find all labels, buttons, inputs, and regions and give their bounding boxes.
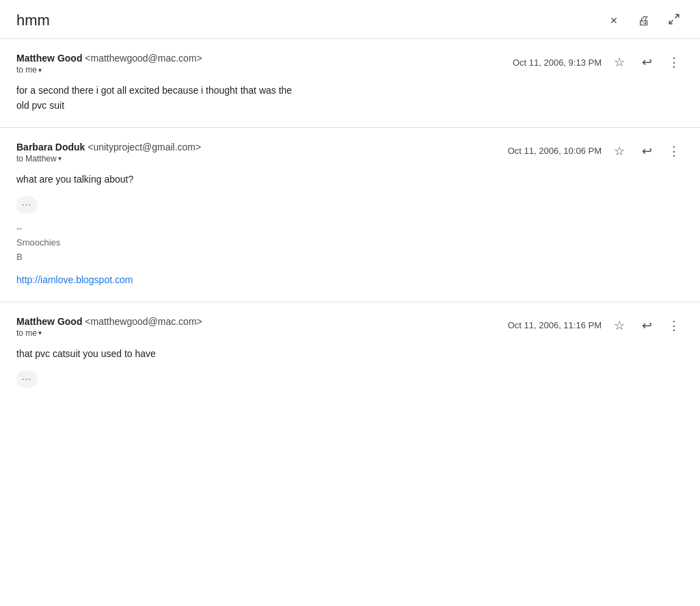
expand-button[interactable] xyxy=(664,11,684,30)
sender-info-3: Matthew Good <matthewgood@mac.com> to me… xyxy=(16,316,202,338)
sender-name-3: Matthew Good <matthewgood@mac.com> xyxy=(16,316,202,327)
sig-initial-2: B xyxy=(16,250,684,265)
body-line-2-1: what are you talking about? xyxy=(16,172,684,187)
reply-icon-3: ↩ xyxy=(642,318,652,333)
to-dropdown-2[interactable]: ▾ xyxy=(58,155,62,162)
more-button-2[interactable]: ⋮ xyxy=(664,142,684,161)
reply-icon-2: ↩ xyxy=(642,144,652,159)
thread-header-icons: × 🖨 xyxy=(604,11,684,30)
email-thread: hmm × 🖨 xyxy=(0,0,700,606)
star-button-3[interactable]: ☆ xyxy=(610,316,629,335)
thread-title: hmm xyxy=(16,12,50,29)
svg-line-0 xyxy=(675,14,679,18)
star-icon-3: ☆ xyxy=(614,318,625,333)
to-dropdown-1[interactable]: ▾ xyxy=(38,66,42,74)
to-line-2: to Matthew ▾ xyxy=(16,154,201,163)
sig-link-2[interactable]: http://iamlove.blogspot.com xyxy=(16,274,133,285)
sender-email-1: <matthewgood@mac.com> xyxy=(85,53,202,64)
message-2-date: Oct 11, 2006, 10:06 PM xyxy=(508,146,602,156)
sender-name-text-3: Matthew Good xyxy=(16,316,82,327)
more-icon-1: ⋮ xyxy=(668,55,680,70)
email-message-1: Matthew Good <matthewgood@mac.com> to me… xyxy=(0,38,700,127)
sender-name-text-1: Matthew Good xyxy=(16,53,82,64)
star-icon-2: ☆ xyxy=(614,144,625,159)
email-message-2: Barbara Doduk <unityproject@gmail.com> t… xyxy=(0,127,700,302)
star-button-2[interactable]: ☆ xyxy=(610,142,629,161)
more-button-3[interactable]: ⋮ xyxy=(664,316,684,335)
body-line-3-1: that pvc catsuit you used to have xyxy=(16,346,684,361)
sender-email-2: <unityproject@gmail.com> xyxy=(88,142,201,153)
message-1-meta: Oct 11, 2006, 9:13 PM ☆ ↩ ⋮ xyxy=(513,53,684,72)
body-line-1-1: for a second there i got all excited bec… xyxy=(16,83,684,98)
sender-name-2: Barbara Doduk <unityproject@gmail.com> xyxy=(16,142,201,153)
close-icon: × xyxy=(610,14,618,28)
more-button-1[interactable]: ⋮ xyxy=(664,53,684,72)
to-line-3: to me ▾ xyxy=(16,328,202,338)
to-dropdown-3[interactable]: ▾ xyxy=(38,329,42,337)
sender-email-3: <matthewgood@mac.com> xyxy=(85,316,202,327)
message-1-header: Matthew Good <matthewgood@mac.com> to me… xyxy=(16,53,684,75)
sender-info-1: Matthew Good <matthewgood@mac.com> to me… xyxy=(16,53,202,75)
reply-button-1[interactable]: ↩ xyxy=(637,53,656,72)
close-button[interactable]: × xyxy=(604,11,623,30)
star-icon-1: ☆ xyxy=(614,55,625,70)
star-button-1[interactable]: ☆ xyxy=(610,53,629,72)
sig-separator-2: -- xyxy=(16,222,684,236)
message-3-date: Oct 11, 2006, 11:16 PM xyxy=(508,320,602,330)
message-2-meta: Oct 11, 2006, 10:06 PM ☆ ↩ ⋮ xyxy=(508,142,684,161)
sig-name-2: Smoochies xyxy=(16,236,684,250)
print-button[interactable]: 🖨 xyxy=(634,11,654,30)
svg-line-1 xyxy=(669,21,673,24)
message-2-header: Barbara Doduk <unityproject@gmail.com> t… xyxy=(16,142,684,163)
message-3-meta: Oct 11, 2006, 11:16 PM ☆ ↩ ⋮ xyxy=(508,316,684,335)
to-line-1: to me ▾ xyxy=(16,65,202,75)
sender-name-1: Matthew Good <matthewgood@mac.com> xyxy=(16,53,202,64)
reply-button-2[interactable]: ↩ xyxy=(637,142,656,161)
message-2-body: what are you talking about? ··· -- Smooc… xyxy=(16,172,684,288)
more-icon-3: ⋮ xyxy=(668,318,680,333)
sender-info-2: Barbara Doduk <unityproject@gmail.com> t… xyxy=(16,142,201,163)
signature-expand-2[interactable]: ··· xyxy=(16,196,37,213)
more-icon-2: ⋮ xyxy=(668,144,680,159)
email-message-3: Matthew Good <matthewgood@mac.com> to me… xyxy=(0,302,700,406)
message-3-body: that pvc catsuit you used to have ··· xyxy=(16,346,684,392)
message-3-header: Matthew Good <matthewgood@mac.com> to me… xyxy=(16,316,684,338)
signature-expand-3[interactable]: ··· xyxy=(16,371,37,388)
expand-icon xyxy=(668,13,680,28)
thread-header: hmm × 🖨 xyxy=(0,0,700,38)
message-1-date: Oct 11, 2006, 9:13 PM xyxy=(513,57,602,68)
body-line-1-2: old pvc suit xyxy=(16,98,684,113)
reply-icon-1: ↩ xyxy=(642,55,652,70)
sender-name-text-2: Barbara Doduk xyxy=(16,142,85,153)
print-icon: 🖨 xyxy=(638,14,650,28)
reply-button-3[interactable]: ↩ xyxy=(637,316,656,335)
message-1-body: for a second there i got all excited bec… xyxy=(16,83,684,114)
